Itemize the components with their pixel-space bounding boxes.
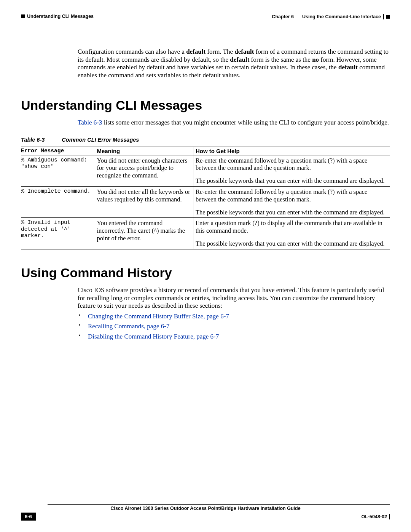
- text: form. The: [206, 48, 234, 55]
- square-bullet-icon: [386, 15, 390, 19]
- cli-error-table: Error Message Meaning How to Get Help % …: [21, 147, 390, 249]
- square-bullet-icon: [21, 14, 25, 18]
- page-footer: Cisco Aironet 1300 Series Outdoor Access…: [21, 504, 390, 521]
- help-p1: Re-enter the command followed by a quest…: [196, 188, 387, 203]
- text-bold: default: [338, 64, 358, 71]
- list-item: Changing the Command History Buffer Size…: [77, 312, 390, 321]
- footer-rule: [48, 504, 390, 505]
- xref-link[interactable]: Disabling the Command History Feature, p…: [88, 333, 219, 340]
- cell-help: Enter a question mark (?) to display all…: [193, 218, 390, 249]
- cell-help: Re-enter the command followed by a quest…: [193, 187, 390, 218]
- text-bold: default: [186, 48, 206, 55]
- page: Understanding CLI Messages Chapter 6 Usi…: [0, 0, 411, 532]
- help-p1: Re-enter the command followed by a quest…: [196, 157, 387, 172]
- table-header-row: Error Message Meaning How to Get Help: [21, 147, 390, 155]
- page-number: 6-6: [21, 513, 36, 521]
- link-list: Changing the Command History Buffer Size…: [77, 312, 390, 342]
- body: Configuration commands can also have a d…: [21, 48, 390, 342]
- cell-error: % Ambiguous command: "show con": [21, 155, 97, 186]
- vline-icon: [389, 514, 390, 519]
- help-p1: Enter a question mark (?) to display all…: [196, 219, 387, 235]
- header-right: Chapter 6 Using the Command-Line Interfa…: [272, 14, 390, 19]
- xref-link[interactable]: Recalling Commands, page 6-7: [88, 323, 169, 330]
- footer-guide-title: Cisco Aironet 1300 Series Outdoor Access…: [21, 506, 390, 511]
- cell-meaning: You did not enter all the keywords or va…: [97, 187, 193, 218]
- th-error: Error Message: [21, 147, 97, 155]
- footer-row: 6-6 OL-5048-02: [21, 513, 390, 521]
- help-p2: The possible keywords that you can enter…: [196, 177, 387, 185]
- cell-meaning: You did not enter enough characters for …: [97, 155, 193, 186]
- text-bold: no: [312, 56, 319, 63]
- header-left: Understanding CLI Messages: [21, 14, 94, 19]
- reference-paragraph: Table 6-3 lists some error messages that…: [78, 119, 390, 127]
- list-item: Disabling the Command History Feature, p…: [77, 332, 390, 342]
- text-bold: default: [230, 56, 249, 63]
- doc-id: OL-5048-02: [362, 514, 390, 519]
- caption-label: Table 6-3: [21, 137, 45, 143]
- text: form is the same as the: [249, 56, 312, 63]
- text: lists some error messages that you might…: [102, 119, 389, 126]
- page-header: Understanding CLI Messages Chapter 6 Usi…: [21, 14, 390, 21]
- header-section: Understanding CLI Messages: [27, 14, 94, 19]
- heading-understanding-cli: Understanding CLI Messages: [21, 98, 390, 113]
- caption-title: Common CLI Error Messages: [62, 137, 139, 143]
- th-meaning: Meaning: [97, 147, 193, 155]
- header-title: Using the Command-Line Interface: [302, 14, 381, 19]
- th-help: How to Get Help: [193, 147, 390, 155]
- cell-help: Re-enter the command followed by a quest…: [193, 155, 390, 186]
- cell-meaning: You entered the command incorrectly. The…: [97, 218, 193, 249]
- header-chapter: Chapter 6: [272, 14, 294, 19]
- xref-link[interactable]: Changing the Command History Buffer Size…: [88, 313, 229, 320]
- cell-error: % Incomplete command.: [21, 187, 97, 218]
- table-row: % Ambiguous command: "show con" You did …: [21, 155, 390, 186]
- vline-icon: [383, 14, 384, 19]
- ol-text: OL-5048-02: [362, 514, 387, 519]
- list-item: Recalling Commands, page 6-7: [77, 321, 390, 331]
- text-bold: default: [234, 48, 254, 55]
- heading-command-history: Using Command History: [21, 265, 390, 280]
- text: Configuration commands can also have a: [78, 48, 186, 55]
- history-paragraph: Cisco IOS software provides a history or…: [78, 286, 390, 310]
- help-p2: The possible keywords that you can enter…: [196, 240, 387, 248]
- intro-paragraph: Configuration commands can also have a d…: [78, 48, 390, 80]
- table-xref-link[interactable]: Table 6-3: [78, 119, 102, 126]
- cell-error: % Invalid input detected at '^' marker.: [21, 218, 97, 249]
- table-row: % Incomplete command. You did not enter …: [21, 187, 390, 218]
- table-row: % Invalid input detected at '^' marker. …: [21, 218, 390, 249]
- help-p2: The possible keywords that you can enter…: [196, 209, 387, 216]
- table-caption: Table 6-3Common CLI Error Messages: [21, 137, 390, 143]
